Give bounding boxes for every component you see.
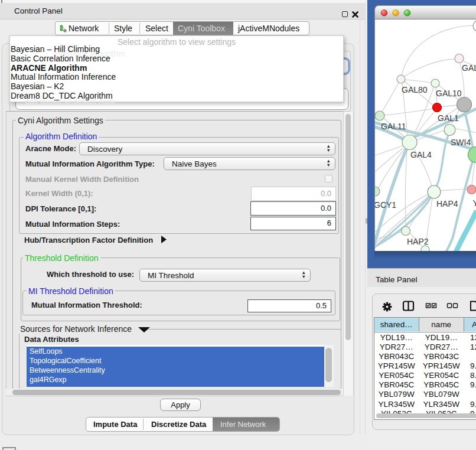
- svg-text:GAL10: GAL10: [436, 89, 462, 98]
- svg-text:HAP2: HAP2: [407, 237, 429, 246]
- svg-text:HAP4: HAP4: [436, 199, 458, 208]
- svg-text:GCY1: GCY1: [375, 200, 396, 210]
- svg-text:SWI4: SWI4: [451, 138, 471, 147]
- svg-text:Y: Y: [473, 198, 476, 208]
- svg-text:GAL80: GAL80: [402, 85, 428, 94]
- svg-text:GAL4: GAL4: [410, 150, 432, 159]
- svg-text:GAL7: GAL7: [462, 63, 476, 73]
- svg-text:GAL11: GAL11: [381, 122, 406, 131]
- svg-text:GAL1: GAL1: [438, 113, 459, 123]
